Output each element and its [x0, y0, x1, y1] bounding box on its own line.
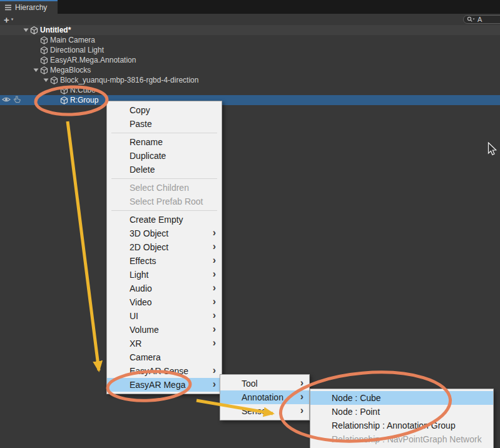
menu-item-label: Relationship : Annotation Group [332, 420, 456, 430]
menu-item-label: UI [130, 311, 138, 321]
hierarchy-item-easyar-mega-annotation[interactable]: EasyAR.Mega.Annotation [0, 55, 500, 65]
tab-title: Hierarchy [15, 3, 47, 12]
hierarchy-item-r-group[interactable]: R:Group [0, 95, 500, 105]
menu-item-label: Copy [130, 105, 150, 115]
dropdown-caret-icon: ▾ [11, 17, 14, 22]
annotation-submenu: Node : CubeNode : PointRelationship : An… [310, 389, 494, 448]
menu-item-label: 3D Object [130, 228, 168, 238]
foldout-spacer [31, 45, 40, 55]
menu-item-select-prefab-root: Select Prefab Root [107, 195, 222, 208]
menu-item-label: Effects [130, 256, 156, 266]
hierarchy-item-directional-light[interactable]: Directional Light [0, 45, 500, 55]
menu-item-volume[interactable]: Volume› [107, 323, 222, 337]
menu-item-tool[interactable]: Tool› [220, 377, 309, 390]
menu-separator [111, 133, 217, 133]
menu-item-relationship-annotation-group[interactable]: Relationship : Annotation Group [310, 419, 493, 432]
gameobject-cube-icon [40, 56, 48, 64]
easyar-mega-submenu: Tool›Annotation›Sense› [220, 374, 310, 420]
hierarchy-item-label: N:Cube [70, 86, 96, 94]
menu-item-label: Create Empty [130, 215, 183, 225]
menu-item-ui[interactable]: UI› [107, 309, 222, 323]
foldout-spacer [51, 85, 60, 95]
foldout-spacer [31, 55, 40, 65]
gameobject-cube-icon [50, 76, 58, 84]
tab-bar: Hierarchy [0, 0, 500, 14]
foldout-spacer [51, 95, 60, 105]
gameobject-cube-icon [60, 86, 68, 94]
menu-item-label: Annotation [242, 392, 283, 402]
menu-item-easyar-mega[interactable]: EasyAR Mega› [107, 378, 222, 392]
menu-item-label: Select Prefab Root [130, 196, 203, 206]
menu-item-label: Sense [242, 406, 267, 416]
menu-item-light[interactable]: Light› [107, 268, 222, 282]
menu-item-label: Audio [130, 283, 152, 293]
menu-item-label: Tool [242, 379, 258, 389]
menu-item-effects[interactable]: Effects› [107, 254, 222, 268]
menu-item-label: Paste [130, 119, 152, 129]
menu-item-label: Node : Cube [332, 393, 381, 403]
search-input[interactable]: A [463, 15, 500, 24]
hierarchy-item-label: Block_yuanqu-mbp-3816-rgbd-4-direction [60, 76, 198, 84]
gameobject-cube-icon [60, 96, 68, 104]
hierarchy-item-n-cube[interactable]: N:Cube [0, 85, 500, 95]
unity-scene-icon [30, 26, 38, 34]
plus-icon: + [4, 15, 9, 24]
menu-item-paste[interactable]: Paste [107, 117, 222, 131]
hierarchy-item-label: R:Group [70, 96, 98, 104]
menu-item-copy[interactable]: Copy [107, 103, 222, 117]
hierarchy-item-main-camera[interactable]: Main Camera [0, 35, 500, 45]
menu-item-3d-object[interactable]: 3D Object› [107, 227, 222, 240]
menu-item-label: Delete [130, 165, 155, 175]
menu-item-label: 2D Object [130, 242, 168, 252]
foldout-open-icon[interactable] [21, 25, 30, 35]
menu-item-label: Rename [130, 137, 163, 147]
menu-item-audio[interactable]: Audio› [107, 282, 222, 295]
context-menu: CopyPasteRenameDuplicateDeleteSelect Chi… [106, 101, 222, 394]
scene-row-untitled[interactable]: Untitled* [0, 25, 500, 35]
gameobject-cube-icon [40, 36, 48, 44]
menu-item-video[interactable]: Video› [107, 295, 222, 309]
menu-item-xr[interactable]: XR› [107, 337, 222, 350]
menu-item-relationship-navpointgraph-network: Relationship : NavPointGraph Network [310, 432, 493, 446]
menu-item-camera[interactable]: Camera [107, 350, 222, 364]
submenu-arrow-icon: › [300, 376, 304, 390]
gameobject-cube-icon [40, 46, 48, 54]
tab-hierarchy[interactable]: Hierarchy [0, 0, 58, 14]
menu-item-select-children: Select Children [107, 181, 222, 195]
submenu-arrow-icon: › [213, 267, 216, 281]
menu-item-node-cube[interactable]: Node : Cube [310, 391, 493, 405]
arrow-r-group-to-easyar-mega [68, 121, 99, 370]
menu-item-node-point[interactable]: Node : Point [310, 405, 493, 419]
hierarchy-list-icon [4, 4, 12, 11]
gameobject-cube-icon [40, 66, 48, 74]
submenu-arrow-icon: › [213, 240, 216, 253]
foldout-open-icon[interactable] [41, 75, 50, 85]
foldout-spacer [31, 35, 40, 45]
menu-item-sense[interactable]: Sense› [220, 404, 309, 418]
menu-item-easyar-sense[interactable]: EasyAR Sense› [107, 364, 222, 378]
submenu-arrow-icon: › [213, 281, 216, 295]
menu-item-rename[interactable]: Rename [107, 135, 222, 149]
menu-item-label: EasyAR Mega [130, 380, 185, 390]
search-text: A [477, 16, 482, 23]
pickability-hand-icon[interactable] [13, 96, 21, 105]
submenu-arrow-icon: › [213, 253, 216, 267]
foldout-open-icon[interactable] [31, 65, 40, 75]
menu-item-label: EasyAR Sense [130, 366, 188, 376]
menu-item-duplicate[interactable]: Duplicate [107, 149, 222, 163]
submenu-arrow-icon: › [213, 308, 216, 322]
hierarchy-item-megablocks[interactable]: MegaBlocks [0, 65, 500, 75]
menu-item-annotation[interactable]: Annotation› [220, 390, 309, 404]
menu-item-2d-object[interactable]: 2D Object› [107, 240, 222, 254]
submenu-arrow-icon: › [300, 404, 304, 417]
menu-item-create-empty[interactable]: Create Empty [107, 213, 222, 227]
menu-item-delete[interactable]: Delete [107, 163, 222, 176]
menu-separator [111, 178, 217, 179]
menu-item-label: Light [130, 270, 148, 280]
hierarchy-item-block-yuanqu-mbp-3816-rgbd-4-direction[interactable]: Block_yuanqu-mbp-3816-rgbd-4-direction [0, 75, 500, 85]
hierarchy-item-label: MegaBlocks [50, 66, 91, 74]
create-object-button[interactable]: + ▾ [4, 14, 13, 25]
hierarchy-item-label: EasyAR.Mega.Annotation [50, 56, 136, 64]
menu-separator [111, 210, 217, 211]
visibility-eye-icon[interactable] [2, 96, 11, 105]
